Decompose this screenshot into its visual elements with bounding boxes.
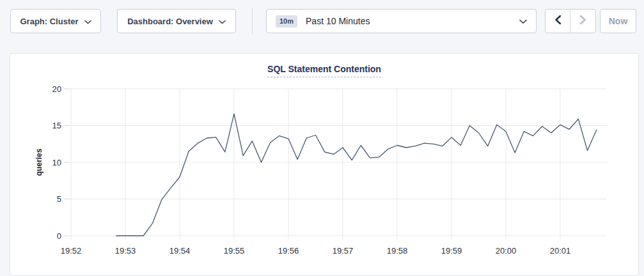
y-axis-title: queries (35, 148, 43, 176)
y-tick-label: 5 (57, 194, 61, 204)
time-back-button[interactable] (546, 10, 570, 33)
y-tick-label: 0 (57, 231, 61, 241)
x-tick-label: 19:52 (61, 246, 82, 256)
dashboard-dropdown[interactable]: Dashboard: Overview (117, 9, 236, 33)
x-tick-label: 20:01 (550, 246, 571, 256)
chevron-left-icon (554, 15, 562, 27)
x-tick-label: 19:58 (387, 246, 408, 256)
toolbar-divider (252, 8, 253, 34)
queries-line-series (116, 114, 597, 236)
now-button[interactable]: Now (600, 9, 636, 33)
time-forward-button[interactable] (570, 10, 595, 33)
chevron-right-icon (579, 15, 586, 27)
sql-contention-chart: 0510152019:5219:5319:5419:5519:5619:5719… (10, 54, 638, 275)
y-tick-label: 15 (52, 121, 61, 130)
x-tick-label: 19:56 (278, 246, 299, 256)
x-tick-label: 19:59 (441, 246, 462, 256)
chevron-down-icon (219, 17, 226, 26)
y-tick-label: 20 (52, 84, 61, 94)
toolbar: Graph: Cluster Dashboard: Overview 10m P… (0, 0, 644, 43)
x-tick-label: 19:53 (115, 246, 136, 256)
now-button-label: Now (609, 16, 628, 26)
time-range-badge: 10m (276, 15, 297, 27)
graph-dropdown[interactable]: Graph: Cluster (10, 9, 101, 33)
chevron-down-icon (84, 17, 91, 26)
chevron-down-icon (519, 15, 527, 27)
dashboard-dropdown-label: Dashboard: Overview (127, 17, 213, 26)
x-tick-label: 19:55 (224, 246, 245, 256)
x-tick-label: 19:57 (333, 246, 354, 256)
y-tick-label: 10 (52, 158, 61, 167)
graph-dropdown-label: Graph: Cluster (20, 17, 78, 26)
time-range-label: Past 10 Minutes (306, 16, 519, 26)
x-tick-label: 20:00 (496, 246, 517, 256)
chart-panel: SQL Statement Contention 0510152019:5219… (10, 53, 639, 276)
x-tick-label: 19:54 (169, 246, 191, 256)
time-range-dropdown[interactable]: 10m Past 10 Minutes (266, 9, 537, 33)
time-nav-button-group (545, 9, 596, 33)
